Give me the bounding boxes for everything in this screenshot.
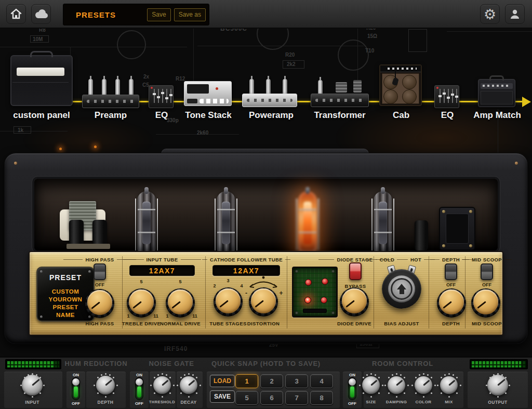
mid-scoop-knob[interactable] bbox=[471, 288, 500, 318]
snap-slot-6[interactable]: 6 bbox=[260, 391, 283, 405]
mid-scoop-section-header: MID SCOOP bbox=[462, 256, 512, 262]
preset-save-button[interactable]: Save bbox=[147, 8, 170, 21]
gold-control-panel: PRESET CUSTOM YOUROWN PRESET NAME HIGH P… bbox=[29, 251, 503, 336]
home-button[interactable] bbox=[6, 4, 26, 24]
snap-load-button[interactable]: LOAD bbox=[210, 375, 235, 387]
vacuum-tube-1 bbox=[135, 191, 158, 253]
gate-threshold-label: THRESHOLD bbox=[149, 400, 175, 404]
vacuum-tube-glowing bbox=[296, 191, 319, 253]
hum-on-label: ON bbox=[73, 373, 79, 377]
cathode-tube-selector[interactable]: 12AX7 bbox=[212, 265, 280, 276]
snap-slot-7[interactable]: 7 bbox=[285, 391, 308, 405]
bias-adjust-knob[interactable] bbox=[382, 269, 421, 309]
hum-depth-knob[interactable] bbox=[96, 376, 115, 394]
capacitor bbox=[415, 220, 428, 250]
settings-button[interactable]: ⚙ bbox=[480, 4, 500, 24]
tube-stages-tick: 3 bbox=[227, 278, 229, 283]
room-control-toggle[interactable] bbox=[348, 377, 356, 400]
high-pass-switch[interactable] bbox=[94, 263, 106, 280]
snap-slot-4[interactable]: 4 bbox=[310, 374, 333, 388]
snap-save-button[interactable]: SAVE bbox=[210, 390, 235, 403]
room-on-label: ON bbox=[349, 373, 355, 377]
room-damping-knob[interactable] bbox=[388, 376, 405, 394]
amp-designer-app: R8 10M BC560C R26 15Ω T10 R20 2k2 T8 2x … bbox=[0, 0, 532, 409]
room-color-knob[interactable] bbox=[415, 376, 432, 394]
diode-drive-knob[interactable] bbox=[340, 287, 369, 316]
room-size-knob[interactable] bbox=[362, 376, 380, 394]
mid-scoop-switch[interactable] bbox=[481, 263, 493, 280]
tube-stages-tick: 2 bbox=[213, 283, 216, 288]
snap-slot-8[interactable]: 8 bbox=[310, 391, 333, 405]
preset-bar[interactable]: PRESETS Save Save as bbox=[63, 4, 209, 25]
diode-led bbox=[321, 297, 327, 304]
input-level-meter bbox=[5, 359, 61, 370]
room-mix-knob[interactable] bbox=[440, 376, 458, 394]
room-mix-label: MIX bbox=[445, 400, 453, 404]
normal-drive-tick: 1 bbox=[166, 313, 168, 319]
treble-drive-tick: 1 bbox=[127, 313, 129, 319]
tube-stages-label: TUBE STAGES bbox=[209, 321, 246, 326]
hum-reduction-toggle[interactable] bbox=[72, 377, 80, 400]
gate-on-label: ON bbox=[136, 373, 142, 377]
depth-knob[interactable] bbox=[437, 288, 466, 318]
normal-drive-label: NORMAL DRIVE bbox=[160, 321, 201, 326]
preset-save-as-button[interactable]: Save as bbox=[174, 8, 206, 21]
output-transformer bbox=[439, 207, 475, 250]
power-transformer bbox=[58, 200, 116, 252]
mid-scoop-knob-label: MID SCOOP bbox=[472, 321, 502, 326]
amp-head: PRESET CUSTOM YOUROWN PRESET NAME HIGH P… bbox=[0, 0, 532, 409]
output-knob[interactable] bbox=[487, 375, 508, 395]
input-knob-label: INPUT bbox=[25, 400, 39, 405]
depth-switch[interactable] bbox=[445, 263, 457, 280]
cathode-tube-section-header: CATHODE FOLLOWER TUBE bbox=[202, 256, 290, 262]
room-damping-label: DAMPING bbox=[386, 400, 407, 404]
room-control-header: ROOM CONTROL bbox=[372, 360, 433, 367]
vacuum-tube-4 bbox=[371, 191, 394, 253]
snap-slot-5[interactable]: 5 bbox=[235, 391, 258, 405]
account-button[interactable] bbox=[505, 4, 525, 24]
snap-slot-2[interactable]: 2 bbox=[260, 374, 283, 388]
high-pass-switch-state: OFF bbox=[95, 282, 104, 287]
normal-drive-tick: 11 bbox=[192, 313, 197, 319]
preset-plate-title: PRESET bbox=[37, 273, 94, 282]
mid-scoop-switch-state: OFF bbox=[482, 282, 491, 287]
distortion-label: DISTORTION bbox=[247, 321, 280, 326]
room-color-label: COLOR bbox=[416, 400, 432, 404]
quick-snap-header: QUICK SNAP (HOTD TO SAVE) bbox=[211, 360, 321, 367]
treble-drive-knob[interactable] bbox=[127, 288, 156, 318]
output-knob-label: OUTPUT bbox=[488, 400, 507, 405]
distortion-tick-plus: + bbox=[279, 289, 283, 297]
diode-led bbox=[322, 278, 328, 285]
gate-off-label: OFF bbox=[135, 401, 143, 406]
snap-slot-1[interactable]: 1 bbox=[235, 374, 258, 388]
diode-bypass-switch[interactable] bbox=[349, 262, 362, 280]
vacuum-tube-2 bbox=[215, 191, 237, 253]
high-pass-knob[interactable] bbox=[85, 289, 114, 318]
distortion-knob[interactable] bbox=[249, 287, 278, 316]
hum-depth-label: DEPTH bbox=[98, 400, 114, 405]
diode-led-lit bbox=[304, 297, 311, 304]
noise-gate-toggle[interactable] bbox=[135, 377, 143, 400]
distortion-range-arc bbox=[247, 276, 280, 288]
diode-circuit-board bbox=[292, 267, 338, 318]
tube-stages-knob[interactable] bbox=[214, 287, 243, 316]
treble-drive-tick: 11 bbox=[153, 313, 158, 319]
input-tube-selector[interactable]: 12AX7 bbox=[129, 265, 195, 276]
gate-decay-knob[interactable] bbox=[180, 376, 197, 394]
preset-name-line: NAME bbox=[37, 312, 94, 318]
preset-name-line: CUSTOM bbox=[37, 288, 94, 295]
tube-stages-tick: 4 bbox=[240, 283, 243, 288]
high-pass-knob-label: HIGH PASS bbox=[85, 321, 114, 326]
room-size-label: SIZE bbox=[366, 400, 376, 404]
snap-slot-3[interactable]: 3 bbox=[285, 374, 308, 388]
bias-range-header: COLDHOT bbox=[366, 256, 435, 262]
user-icon bbox=[509, 8, 521, 20]
input-knob[interactable] bbox=[22, 375, 43, 395]
normal-drive-knob[interactable] bbox=[166, 288, 195, 318]
home-icon bbox=[10, 8, 22, 20]
gate-threshold-knob[interactable] bbox=[153, 376, 171, 394]
presets-selector[interactable]: PRESETS bbox=[76, 10, 116, 19]
cloud-button[interactable] bbox=[31, 4, 51, 24]
depth-knob-label: DEPTH bbox=[442, 321, 460, 326]
preset-name-plate: PRESET CUSTOM YOUROWN PRESET NAME bbox=[36, 267, 95, 322]
